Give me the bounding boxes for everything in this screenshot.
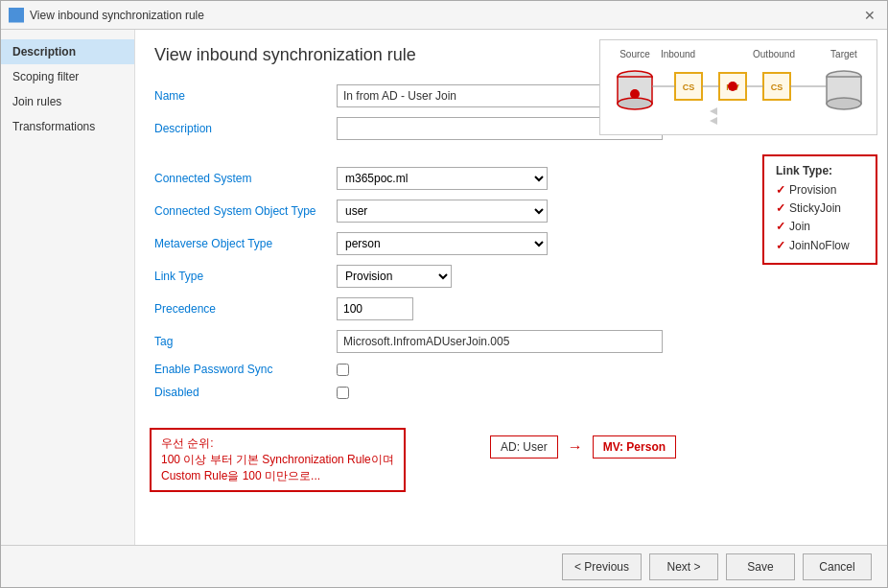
enable-password-sync-label: Enable Password Sync bbox=[154, 363, 327, 376]
link-type-stickyjoin: ✓ StickyJoin bbox=[776, 200, 864, 218]
mv-object-type-label: Metaverse Object Type bbox=[154, 237, 327, 250]
check-icon-joinnoflow: ✓ bbox=[776, 237, 785, 255]
flow-row: AD: User → MV: Person bbox=[490, 435, 676, 459]
tag-label: Tag bbox=[154, 335, 327, 348]
cancel-button[interactable]: Cancel bbox=[803, 553, 872, 580]
save-button[interactable]: Save bbox=[726, 553, 795, 580]
sync-diagram: Inbound Outbound Source Target CS MV bbox=[599, 39, 877, 135]
precedence-row bbox=[337, 297, 691, 320]
sidebar-item-scoping-filter[interactable]: Scoping filter bbox=[1, 64, 134, 89]
connected-system-row: m365poc.ml bbox=[337, 167, 691, 190]
svg-point-10 bbox=[618, 98, 652, 109]
link-type-box: Link Type: ✓ Provision ✓ StickyJoin ✓ Jo… bbox=[762, 154, 877, 265]
annotation-line2: 100 이상 부터 기본 Synchronization Rule이며 bbox=[161, 452, 394, 468]
check-icon-stickyjoin: ✓ bbox=[776, 200, 785, 218]
enable-password-sync-row bbox=[337, 364, 691, 376]
annotation-line3: Custom Rule을 100 미만으로... bbox=[161, 468, 394, 484]
link-type-provision: ✓ Provision bbox=[776, 181, 864, 200]
svg-point-16 bbox=[728, 82, 737, 91]
diagram-svg: Inbound Outbound Source Target CS MV bbox=[606, 46, 875, 132]
disabled-label: Disabled bbox=[154, 386, 327, 399]
check-icon-join: ✓ bbox=[776, 218, 785, 236]
name-label: Name bbox=[154, 89, 327, 103]
tag-input[interactable] bbox=[337, 330, 663, 353]
check-icon-provision: ✓ bbox=[776, 181, 785, 200]
svg-text:Outbound: Outbound bbox=[753, 49, 795, 59]
enable-password-sync-checkbox[interactable] bbox=[337, 364, 349, 376]
connected-system-select[interactable]: m365poc.ml bbox=[337, 167, 548, 190]
svg-point-11 bbox=[630, 89, 640, 99]
footer: < Previous Next > Save Cancel bbox=[1, 545, 887, 587]
disabled-row bbox=[337, 387, 691, 399]
title-bar: View inbound synchronization rule ✕ bbox=[1, 1, 887, 30]
main-window: View inbound synchronization rule ✕ Desc… bbox=[0, 0, 888, 588]
annotation-box: 우선 순위: 100 이상 부터 기본 Synchronization Rule… bbox=[150, 428, 406, 492]
main-area: View inbound synchronization rule Inboun… bbox=[135, 30, 887, 545]
ad-user-box: AD: User bbox=[490, 435, 558, 459]
svg-rect-2 bbox=[11, 16, 15, 21]
svg-text:CS: CS bbox=[683, 82, 695, 92]
mv-object-type-select[interactable]: person bbox=[337, 232, 548, 255]
svg-text:Target: Target bbox=[830, 49, 857, 59]
window-title: View inbound synchronization rule bbox=[30, 9, 204, 22]
title-bar-left: View inbound synchronization rule bbox=[9, 8, 204, 23]
mv-person-box: MV: Person bbox=[593, 435, 676, 459]
flow-arrow-icon: → bbox=[568, 438, 583, 456]
svg-marker-26 bbox=[710, 107, 717, 115]
disabled-checkbox[interactable] bbox=[337, 387, 349, 399]
annotation-line1: 우선 순위: bbox=[161, 435, 394, 452]
svg-rect-0 bbox=[11, 10, 15, 14]
link-type-label: Link Type bbox=[154, 270, 327, 283]
sidebar: Description Scoping filter Join rules Tr… bbox=[1, 30, 135, 545]
svg-rect-1 bbox=[17, 10, 22, 14]
cs-object-type-label: Connected System Object Type bbox=[154, 204, 327, 218]
precedence-input[interactable] bbox=[337, 297, 413, 320]
previous-button[interactable]: < Previous bbox=[562, 553, 642, 580]
svg-marker-27 bbox=[710, 117, 717, 125]
cs-object-type-select[interactable]: user bbox=[337, 200, 548, 223]
sidebar-item-join-rules[interactable]: Join rules bbox=[1, 89, 134, 114]
link-type-title: Link Type: bbox=[776, 164, 864, 177]
svg-text:Inbound: Inbound bbox=[661, 49, 695, 59]
svg-rect-3 bbox=[17, 16, 22, 21]
svg-text:Source: Source bbox=[619, 49, 650, 59]
svg-point-21 bbox=[827, 98, 861, 109]
window-icon bbox=[9, 8, 24, 23]
content-area: Description Scoping filter Join rules Tr… bbox=[1, 30, 887, 545]
next-button[interactable]: Next > bbox=[649, 553, 718, 580]
close-button[interactable]: ✕ bbox=[860, 6, 879, 25]
description-label: Description bbox=[154, 122, 327, 135]
sidebar-item-transformations[interactable]: Transformations bbox=[1, 114, 134, 139]
sidebar-item-description[interactable]: Description bbox=[1, 39, 134, 64]
link-type-join: ✓ Join bbox=[776, 218, 864, 236]
svg-text:CS: CS bbox=[771, 82, 783, 92]
connected-system-label: Connected System bbox=[154, 172, 327, 185]
link-type-select[interactable]: Provision bbox=[337, 265, 452, 288]
precedence-label: Precedence bbox=[154, 302, 327, 316]
link-type-joinnoflow: ✓ JoinNoFlow bbox=[776, 237, 864, 255]
